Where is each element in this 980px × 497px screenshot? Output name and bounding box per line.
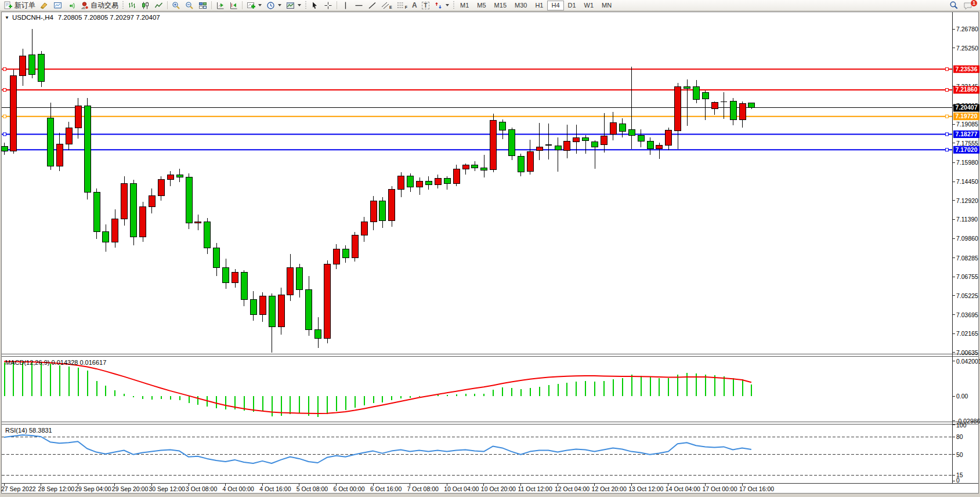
date-label: 30 Sep 12:00: [149, 485, 185, 492]
bar-chart-button[interactable]: [125, 1, 139, 10]
cursor-button[interactable]: [308, 1, 321, 10]
collapse-caret-icon[interactable]: ▼: [5, 15, 9, 20]
candle: [509, 128, 515, 159]
auto-scroll-button[interactable]: [227, 1, 240, 10]
timeframe-m5[interactable]: M5: [473, 1, 490, 10]
price-badge: 7.20407: [953, 104, 979, 111]
timeframe-h1[interactable]: H1: [531, 1, 547, 10]
auto-trading-icon: [80, 1, 89, 10]
timeframe-m1[interactable]: M1: [456, 1, 473, 10]
open-charts-button[interactable]: [51, 1, 64, 10]
equidistant-channel-icon: [381, 1, 389, 10]
auto-trading-label: 自动交易: [91, 1, 118, 10]
quick-trade-button[interactable]: [38, 1, 51, 10]
trend-line-button[interactable]: [366, 1, 379, 10]
line-chart-icon: [154, 1, 163, 10]
zoom-in-button[interactable]: [169, 1, 183, 10]
line-anchor-handle[interactable]: [3, 68, 6, 71]
date-label: 17 Oct 16:00: [739, 485, 774, 492]
toolbar-grip: [453, 1, 454, 10]
date-label: 14 Oct 04:00: [666, 485, 700, 492]
line-anchor-handle[interactable]: [946, 68, 949, 71]
date-label: 4 Oct 16:00: [259, 485, 291, 492]
timeframe-h4[interactable]: H4: [547, 1, 563, 10]
line-anchor-handle[interactable]: [946, 133, 949, 136]
timeframe-d1[interactable]: D1: [564, 1, 580, 10]
text-icon: A: [412, 1, 417, 9]
templates-button[interactable]: [284, 1, 303, 10]
trend-line-icon: [368, 1, 377, 10]
crosshair-button[interactable]: [321, 1, 335, 10]
chart-canvas[interactable]: 7.267807.252507.221457.206157.190857.175…: [0, 0, 980, 497]
line-anchor-handle[interactable]: [946, 88, 949, 91]
indicators-button[interactable]: [244, 1, 264, 10]
candle: [38, 51, 45, 87]
candle: [93, 188, 100, 239]
main-toolbar: 新订单 自动交易: [0, 0, 980, 11]
line-anchor-handle[interactable]: [3, 133, 6, 136]
rsi-name: RSI(14): [5, 427, 27, 434]
rsi-axis-label: 80: [956, 433, 963, 440]
date-label: 3 Oct 08:00: [186, 485, 217, 492]
price-badge: 7.18277: [953, 130, 979, 138]
periods-button[interactable]: [264, 1, 284, 10]
notifications-button[interactable]: 1: [961, 1, 975, 10]
candle: [10, 70, 17, 154]
signals-button[interactable]: [64, 1, 78, 10]
price-badge: 7.21860: [953, 86, 979, 93]
templates-icon: [286, 1, 295, 10]
timeframe-w1[interactable]: W1: [580, 1, 598, 10]
chart-shift-icon: [216, 1, 225, 10]
date-label: 11 Oct 12:00: [518, 485, 552, 492]
channel-suffix-label: E: [389, 5, 392, 10]
zoom-out-button[interactable]: [183, 1, 196, 10]
candlestick-chart-button[interactable]: [139, 1, 152, 10]
toolbar-separator: [167, 1, 168, 9]
price-tick-label: 7.14450: [956, 178, 978, 185]
text-button[interactable]: A: [410, 1, 420, 10]
date-label: 6 Oct 16:00: [370, 485, 402, 492]
date-label: 4 Oct 00:00: [223, 485, 254, 492]
text-label-icon: T: [422, 2, 429, 9]
timeframe-m30[interactable]: M30: [511, 1, 531, 10]
candle: [186, 173, 192, 229]
ohlc-quote-label: 7.20805 7.20805 7.20297 7.20407: [58, 14, 160, 21]
equidistant-channel-button[interactable]: E: [379, 1, 395, 10]
vertical-line-button[interactable]: [339, 1, 352, 10]
auto-trading-button[interactable]: 自动交易: [78, 1, 121, 10]
indicators-icon: [247, 1, 255, 10]
toolbar-separator: [337, 1, 337, 9]
arrows-button[interactable]: [432, 1, 451, 10]
new-order-button[interactable]: 新订单: [1, 1, 38, 10]
line-anchor-handle[interactable]: [3, 88, 6, 91]
line-anchor-handle[interactable]: [946, 148, 949, 151]
text-label-button[interactable]: T: [420, 1, 432, 10]
crosshair-icon: [324, 1, 332, 10]
price-badge: 7.19720: [953, 113, 979, 120]
line-chart-button[interactable]: [152, 1, 165, 10]
svg-text:7.19720: 7.19720: [956, 113, 978, 119]
macd-name: MACD(12,26,9): [5, 359, 49, 366]
line-anchor-handle[interactable]: [946, 115, 949, 118]
price-badge: 7.23536: [953, 66, 979, 73]
search-icon: [949, 1, 959, 10]
timeframe-mn[interactable]: MN: [598, 1, 616, 10]
search-button[interactable]: [947, 1, 961, 10]
new-order-icon: [3, 1, 13, 10]
chart-shift-button[interactable]: [214, 1, 227, 10]
fib-suffix-label: F: [405, 5, 407, 10]
line-anchor-handle[interactable]: [3, 115, 6, 118]
horizontal-line-button[interactable]: [352, 1, 366, 10]
price-tick-label: 7.26780: [956, 26, 978, 32]
rsi-value: 58.3831: [29, 427, 52, 434]
fibonacci-button[interactable]: F: [395, 1, 410, 10]
tile-windows-button[interactable]: [196, 1, 209, 10]
price-tick-label: 7.19085: [956, 121, 978, 128]
bar-chart-icon: [128, 1, 136, 10]
macd-axis-label: 0.042001: [956, 358, 980, 365]
date-label: 6 Oct 00:00: [333, 485, 364, 492]
chevron-down-icon: [258, 4, 262, 6]
date-label: 10 Oct 04:00: [444, 485, 479, 492]
date-label: 17 Oct 00:00: [702, 485, 737, 492]
timeframe-m15[interactable]: M15: [490, 1, 511, 10]
